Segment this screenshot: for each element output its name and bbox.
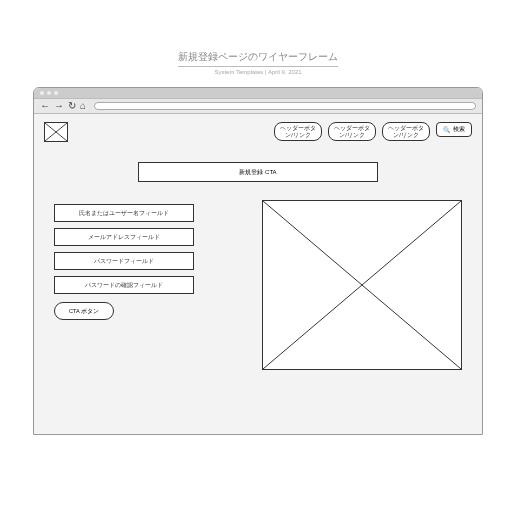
cta-button[interactable]: CTA ボタン bbox=[54, 302, 114, 320]
window-dot bbox=[40, 91, 44, 95]
refresh-icon[interactable]: ↻ bbox=[68, 101, 76, 111]
main-cta[interactable]: 新規登録 CTA bbox=[138, 162, 378, 182]
name-field[interactable]: 氏名またはユーザー名フィールド bbox=[54, 204, 194, 222]
home-icon[interactable]: ⌂ bbox=[80, 101, 86, 111]
browser-titlebar bbox=[34, 88, 482, 98]
forward-icon[interactable]: → bbox=[54, 101, 64, 111]
search-label: 検索 bbox=[453, 125, 465, 134]
page-header: ヘッダーボタン/リンク ヘッダーボタン/リンク ヘッダーボタン/リンク 🔍 検索 bbox=[44, 122, 472, 142]
form-column: 氏名またはユーザー名フィールド メールアドレスフィールド パスワードフィールド … bbox=[54, 200, 194, 370]
password-confirm-field[interactable]: パスワードの確認フィールド bbox=[54, 276, 194, 294]
page-body: ヘッダーボタン/リンク ヘッダーボタン/リンク ヘッダーボタン/リンク 🔍 検索… bbox=[34, 114, 482, 434]
header-button[interactable]: ヘッダーボタン/リンク bbox=[382, 122, 430, 141]
email-field[interactable]: メールアドレスフィールド bbox=[54, 228, 194, 246]
url-bar[interactable] bbox=[94, 102, 476, 110]
browser-window: ← → ↻ ⌂ ヘッダーボタン/リンク ヘッダーボタン/リンク ヘッダーボタン/… bbox=[33, 87, 483, 435]
header-button[interactable]: ヘッダーボタン/リンク bbox=[274, 122, 322, 141]
header-button[interactable]: ヘッダーボタン/リンク bbox=[328, 122, 376, 141]
page-subtitle: System Templates | April 9, 2021 bbox=[214, 69, 301, 75]
image-placeholder bbox=[262, 200, 462, 370]
page-title: 新規登録ページのワイヤーフレーム bbox=[178, 50, 338, 67]
content-row: 氏名またはユーザー名フィールド メールアドレスフィールド パスワードフィールド … bbox=[44, 200, 472, 370]
logo-placeholder bbox=[44, 122, 68, 142]
window-dot bbox=[54, 91, 58, 95]
password-field[interactable]: パスワードフィールド bbox=[54, 252, 194, 270]
back-icon[interactable]: ← bbox=[40, 101, 50, 111]
search-button[interactable]: 🔍 検索 bbox=[436, 122, 472, 137]
search-icon: 🔍 bbox=[443, 126, 450, 133]
window-dot bbox=[47, 91, 51, 95]
browser-toolbar: ← → ↻ ⌂ bbox=[34, 98, 482, 114]
